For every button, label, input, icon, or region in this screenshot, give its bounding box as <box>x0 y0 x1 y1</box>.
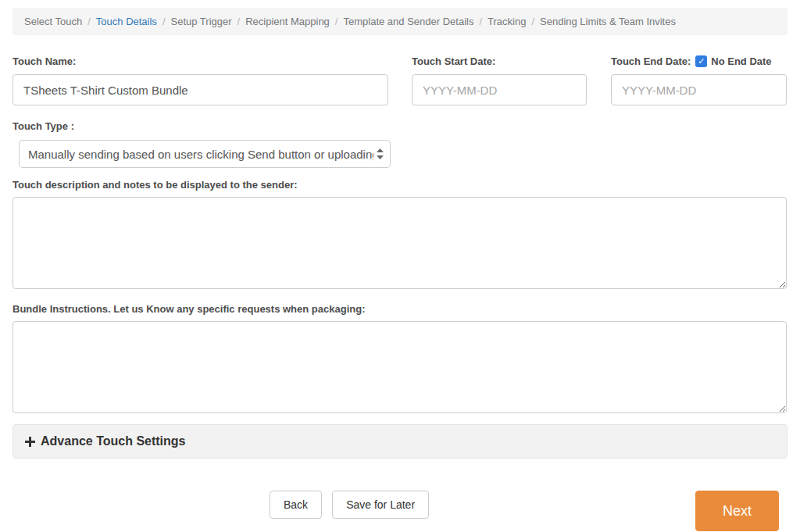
touch-type-select[interactable]: Manually sending based on users clicking… <box>19 140 391 168</box>
back-button[interactable]: Back <box>270 491 322 519</box>
bundle-instructions-label: Bundle Instructions. Let us Know any spe… <box>12 303 788 315</box>
touch-start-date-input[interactable] <box>412 74 587 105</box>
breadcrumb-separator: / <box>88 16 91 27</box>
advance-touch-settings-toggle[interactable]: Advance Touch Settings <box>12 424 788 459</box>
breadcrumb-separator: / <box>162 16 166 27</box>
breadcrumb-separator: / <box>479 16 482 27</box>
advance-touch-settings-label: Advance Touch Settings <box>41 434 186 448</box>
breadcrumb-item-touch-details[interactable]: Touch Details <box>96 16 157 27</box>
breadcrumb-separator: / <box>531 16 534 27</box>
breadcrumb-separator: / <box>238 16 241 27</box>
breadcrumb: Select Touch/Touch Details/Setup Trigger… <box>12 8 788 35</box>
no-end-date-checkbox[interactable]: ✓ <box>695 55 707 67</box>
touch-type-selected-option: Manually sending based on users clicking… <box>28 148 373 161</box>
breadcrumb-item-tracking[interactable]: Tracking <box>488 16 526 27</box>
next-button[interactable]: Next <box>695 491 779 531</box>
breadcrumb-item-recipient-mapping[interactable]: Recipient Mapping <box>245 16 330 27</box>
no-end-date-checkbox-label[interactable]: No End Date <box>711 55 771 67</box>
breadcrumb-separator: / <box>335 16 338 27</box>
plus-icon <box>25 437 35 447</box>
touch-end-date-label: Touch End Date: <box>611 55 691 67</box>
touch-type-label: Touch Type : <box>12 120 788 132</box>
save-for-later-button[interactable]: Save for Later <box>332 491 429 519</box>
breadcrumb-item-sending-limits[interactable]: Sending Limits & Team Invites <box>540 16 676 27</box>
touch-end-date-input[interactable] <box>611 74 787 105</box>
touch-details-form: Touch Name: Touch Start Date: Touch End … <box>0 55 800 531</box>
breadcrumb-item-template-sender-details[interactable]: Template and Sender Details <box>343 16 473 27</box>
touch-description-label: Touch description and notes to be displa… <box>12 179 788 191</box>
footer-actions: Back Save for Later Next <box>12 491 788 531</box>
bundle-instructions-textarea[interactable] <box>12 321 787 413</box>
touch-start-date-label: Touch Start Date: <box>412 55 587 67</box>
touch-name-label: Touch Name: <box>12 55 388 67</box>
touch-description-textarea[interactable] <box>12 197 787 289</box>
touch-name-input[interactable] <box>12 74 388 105</box>
breadcrumb-item-setup-trigger[interactable]: Setup Trigger <box>171 16 232 27</box>
select-stepper-arrows-icon <box>377 148 384 159</box>
breadcrumb-item-select-touch[interactable]: Select Touch <box>24 16 82 27</box>
checkmark-icon: ✓ <box>698 57 705 66</box>
